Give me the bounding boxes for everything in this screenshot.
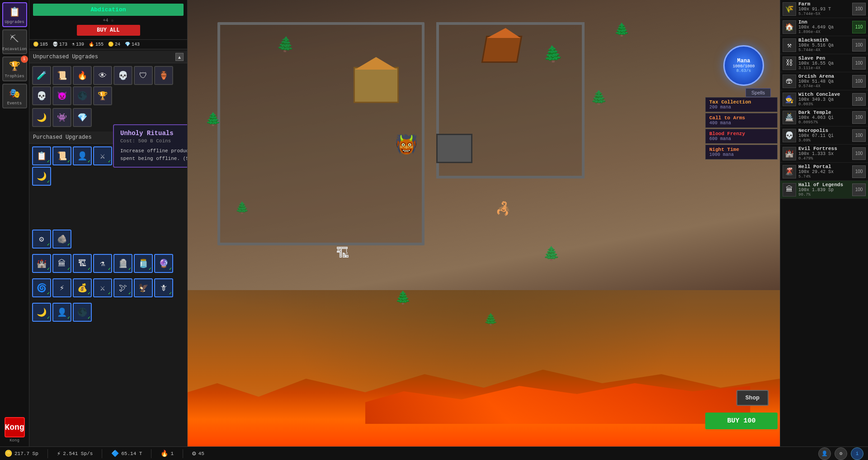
purchased-upgrade-item[interactable]: 💰✓: [73, 278, 92, 297]
purchased-upgrade-item[interactable]: 🌙✓: [32, 167, 51, 186]
witch-conclave-buy-button[interactable]: 100: [852, 93, 866, 106]
panel-top: Abdication +4 ☆ BUY ALL: [29, 0, 187, 40]
building-farm[interactable]: 🌾 Farm 100x 91.93 T 5.744e-5X 100: [780, 0, 868, 18]
building-hall-of-legends[interactable]: 🏛 Hall of Legends 100x 1.839 Sp 90.7% 10…: [780, 181, 868, 199]
purchased-upgrade-item[interactable]: ⚙✓: [32, 230, 51, 249]
purchased-upgrade-item[interactable]: 👤✓: [73, 146, 92, 165]
unpurchased-label: Unpurchased Upgrades: [33, 54, 98, 60]
spell-blood-frenzy[interactable]: Blood Frenzy 600 mana: [705, 129, 778, 144]
necropolis-icon: 💀: [783, 129, 796, 142]
hell-portal-buy-button[interactable]: 100: [852, 165, 866, 178]
shop-button[interactable]: Shop: [736, 390, 769, 406]
purchased-upgrade-item[interactable]: 🏰✓: [32, 254, 51, 273]
building-orcish-arena[interactable]: 🏟 Orcish Arena 100x 51.48 Qa 9.574e-4X 1…: [780, 72, 868, 90]
upgrade-item[interactable]: 👾: [52, 108, 71, 127]
purchased-upgrade-item[interactable]: 🫙✓: [134, 254, 153, 273]
resource1-stat: 🔷 65.14 T: [111, 450, 142, 457]
purchased-upgrade-item[interactable]: ⚔✓: [93, 146, 112, 165]
collapse-purchased-button[interactable]: ▲: [175, 133, 184, 141]
building-slave-pen[interactable]: ⛓ Slave Pen 100x 16.55 Qa 3.111e-4X 100: [780, 54, 868, 72]
purchased-upgrade-item[interactable]: 🌙✓: [32, 303, 51, 322]
sidebar-item-excavation[interactable]: ⛏ Excavation: [2, 29, 27, 54]
purchased-upgrade-item[interactable]: 🦴✓: [154, 146, 173, 165]
upgrades-icon: 📋: [8, 5, 21, 19]
buy-all-button[interactable]: BUY ALL: [77, 25, 140, 36]
upgrade-item[interactable]: 💀: [32, 86, 51, 105]
purchased-upgrade-item[interactable]: ⚔✓: [93, 278, 112, 297]
purchased-upgrade-item[interactable]: ⚡: [52, 278, 71, 297]
farm-buy-button[interactable]: 100: [852, 3, 866, 15]
purchased-header: Purchased Upgrades ▲: [29, 131, 187, 144]
purchased-upgrade-item[interactable]: 💀✓: [113, 146, 132, 165]
hall-buy-button[interactable]: 100: [852, 183, 866, 196]
upgrade-item[interactable]: 🌙: [32, 108, 51, 127]
sidebar-item-events[interactable]: 🎭 Events: [2, 84, 27, 108]
upgrade-item[interactable]: 💎: [73, 108, 92, 127]
purchased-upgrade-item[interactable]: ⚗✓: [93, 254, 112, 273]
building-evil-fortress[interactable]: 🏰 Evil Fortress 100x 1.333 Sx 0.479% 100: [780, 145, 868, 163]
purchased-upgrade-item[interactable]: 🪦✓: [113, 254, 132, 273]
upgrade-item[interactable]: 👿: [52, 86, 71, 105]
purchased-upgrade-item[interactable]: 🔮✓: [154, 254, 173, 273]
game-world: 🌲 🌲 🌲 🌲 🌲 🌲 🌲 🌲 🌲 👹 🏗 🦂: [188, 0, 780, 446]
purchased-upgrade-item[interactable]: 🕊✓: [113, 278, 132, 297]
abdication-button[interactable]: Abdication: [33, 4, 184, 16]
purchased-upgrade-item[interactable]: 📜✓: [52, 146, 71, 165]
sidebar-item-upgrades[interactable]: 📋 Upgrades: [2, 2, 27, 27]
inn-buy-button[interactable]: 110: [852, 21, 866, 33]
resource-row: 🪙 185 💀 173 ⚗ 139 🔥 155 🟡 24 💎 143: [29, 40, 187, 49]
building-necropolis[interactable]: 💀 Necropolis 100x 67.11 Qi 3.09% 100: [780, 127, 868, 145]
purchased-upgrade-item[interactable]: 🦅: [134, 278, 153, 297]
purchased-upgrade-item[interactable]: 🏗✓: [73, 254, 92, 273]
upgrade-item[interactable]: 🌑: [73, 86, 92, 105]
purchased-upgrade-item[interactable]: 🏛✓: [52, 254, 71, 273]
hall-info: Hall of Legends 100x 1.839 Sp 90.7%: [798, 182, 850, 197]
sidebar-item-trophies[interactable]: 1 🏆 Trophies: [2, 56, 27, 81]
mana-value: 1000/1000: [733, 64, 755, 69]
blacksmith-buy-button[interactable]: 100: [852, 39, 866, 52]
upgrade-item[interactable]: 🏺: [154, 66, 173, 85]
purchased-upgrade-item[interactable]: 📋✓: [32, 146, 51, 165]
purchased-upgrade-item[interactable]: 🌀✓: [32, 278, 51, 297]
upgrade-item[interactable]: 🛡: [134, 66, 153, 85]
building-witch-conclave[interactable]: 🧙 Witch Conclave 100x 349.3 Qa 0.003% 10…: [780, 90, 868, 108]
kong-logo[interactable]: Kong: [5, 417, 25, 437]
witch-conclave-icon: 🧙: [783, 93, 796, 106]
purchased-upgrade-item[interactable]: 👻✓: [134, 146, 153, 165]
blacksmith-icon: ⚒: [783, 38, 796, 52]
collapse-unpurchased-button[interactable]: ▲: [175, 53, 184, 61]
upgrade-item[interactable]: 🔥: [73, 66, 92, 85]
slave-pen-buy-button[interactable]: 100: [852, 57, 866, 70]
dark-temple-buy-button[interactable]: 100: [852, 111, 866, 124]
necropolis-buy-button[interactable]: 100: [852, 129, 866, 142]
evil-fortress-buy-button[interactable]: 100: [852, 147, 866, 160]
purchased-upgrade-item[interactable]: 🌑✓: [73, 303, 92, 322]
upgrade-item[interactable]: 📜: [52, 66, 71, 85]
spell-night-time[interactable]: Night Time 1000 mana: [705, 145, 778, 160]
profile-icon[interactable]: 👤: [818, 447, 831, 460]
spell-tax-collection[interactable]: Tax Collection 200 mana: [705, 97, 778, 112]
info-icon[interactable]: i: [851, 447, 863, 460]
building-hell-portal[interactable]: 🌋 Hell Portal 100x 29.42 Sx 5.74% 100: [780, 163, 868, 181]
mana-circle[interactable]: Mana 1000/1000 8.63/s: [723, 45, 764, 86]
spell-call-to-arms[interactable]: Call to Arms 400 mana: [705, 113, 778, 128]
purchased-grid-2: ⚙✓ 🪨✓: [29, 227, 187, 251]
upgrade-item[interactable]: 🏆: [93, 86, 112, 105]
orcish-arena-buy-button[interactable]: 100: [852, 75, 866, 88]
building-dark-temple[interactable]: 🏯 Dark Temple 100x 4.063 Qi 0.00957% 100: [780, 108, 868, 127]
purchased-upgrade-item[interactable]: 🪨✓: [52, 230, 71, 249]
settings-icon[interactable]: ⚙: [835, 447, 847, 460]
upgrade-item[interactable]: 👁: [93, 66, 112, 85]
building-inn[interactable]: 🏠 Inn 100x 4.649 Qa 1.896e-4X 110: [780, 18, 868, 36]
building-blacksmith[interactable]: ⚒ Blacksmith 100x 5.516 Qa 5.744e-4X 100: [780, 36, 868, 54]
spells-button[interactable]: Spells: [745, 88, 771, 97]
necropolis-info: Necropolis 100x 67.11 Qi 3.09%: [798, 128, 850, 143]
upgrade-item[interactable]: 🧪: [32, 66, 51, 85]
buy-100-button[interactable]: BUY 100: [705, 413, 778, 429]
sidebar-item-label: Trophies: [5, 74, 24, 79]
upgrade-item[interactable]: 💀: [113, 66, 132, 85]
cps-value: 2.541 Sp/s: [63, 451, 93, 456]
purchased-upgrade-item[interactable]: 🗡✓: [154, 278, 173, 297]
trophies-icon: 🏆: [8, 60, 21, 73]
purchased-upgrade-item[interactable]: 👤✓: [52, 303, 71, 322]
